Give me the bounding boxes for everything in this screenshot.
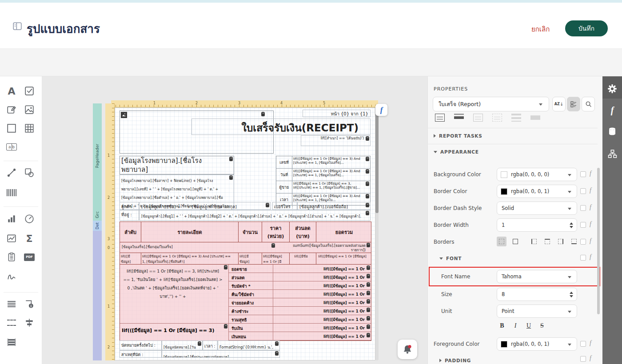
category-view-button[interactable] [567,97,580,111]
function-icon[interactable]: f [590,221,591,228]
receipt-info-row[interactable]: เลขที่ Iif(([มีข้อมูล] == 1 Or [มีข้อมูล… [276,156,370,169]
function-icon[interactable]: f [590,340,591,347]
appointment-date-element[interactable]: [ข้อมูลนัดหมาย].[วันที่นัด] [162,340,203,350]
property-checkbox[interactable] [580,171,586,177]
appointment-time-element[interactable]: FormatString('{0:HH:mm} น.', [ข้อมูลนัดห… [218,340,280,350]
search-properties-button[interactable] [582,97,595,111]
foreground-color-select[interactable]: rgba(0, 0, 0, 1) [497,337,577,351]
customer-label-element[interactable]: ลูกค้า : [120,202,139,210]
bold-button[interactable]: B [497,321,507,330]
align-option-icon[interactable] [530,114,540,122]
font-unit-select[interactable]: Point [497,305,577,318]
summary-row[interactable]: จ่ายยอดค้าง Iif(([มีข้อมูล] == 1 Or [229,298,371,307]
band-tab-footer[interactable] [93,231,102,360]
data-source-icon[interactable] [602,122,622,141]
column-header[interactable]: ราคา (หน่วย) [262,222,290,242]
underline-button[interactable]: U [523,321,534,330]
rich-text-tool-icon[interactable] [4,102,19,117]
border-dash-select[interactable]: Solid [497,202,577,215]
text-in-cells-tool-icon[interactable]: a b [4,139,19,154]
signature-tool-icon[interactable] [4,269,19,284]
appointment-label-element[interactable]: นัดหมายครั้งถัดไป : [120,340,162,350]
function-icon[interactable]: f [590,170,591,177]
property-checkbox[interactable] [580,255,586,261]
font-name-select[interactable]: Tahoma [497,270,577,283]
borders-left-button[interactable] [529,237,539,246]
chart-tool-icon[interactable] [4,211,19,226]
property-checkbox[interactable] [580,205,586,211]
math-formula-tool-icon[interactable]: Σ [22,231,37,246]
notification-bell-button[interactable] [398,340,417,359]
borders-right-button[interactable] [556,237,566,246]
report-tree-icon[interactable] [602,144,622,163]
address-label-element[interactable]: ที่อยู่ : [120,210,139,221]
property-checkbox[interactable] [580,222,586,228]
property-checkbox[interactable] [580,239,586,245]
function-editor-button[interactable]: f [375,104,387,116]
function-icon[interactable]: f [590,355,591,362]
line-tool-icon[interactable] [4,165,19,180]
pdf-export-tool-icon[interactable]: PDF [22,249,37,265]
table-tool-icon[interactable] [22,121,37,136]
borders-all-button[interactable] [497,237,506,246]
shape-tool-icon[interactable] [22,165,37,180]
column-header[interactable]: ยอดรวม [316,222,372,242]
band-brackets-tool-icon[interactable] [4,315,19,330]
detail-cell[interactable]: Iif(([มีข้อ [290,253,316,264]
summary-row[interactable]: ยอดขาย Iif(([มีข้อมูล] == 1 Or [229,265,371,273]
reason-label-element[interactable]: สาเหตุที่นัด : [120,350,162,358]
border-width-stepper[interactable]: 1 [497,218,577,232]
receipt-info-row[interactable]: วันที่ Iif(([มีข้อมูล] == 1 Or [มีข้อมูล… [276,169,370,181]
sort-az-button[interactable]: AZ ↓ [552,97,566,111]
phone-label-element[interactable]: เบอร์โทร : [272,202,297,210]
band-stack-tool-icon[interactable] [4,335,19,350]
band-tab-pageheader[interactable]: PageHeader [93,103,102,209]
payment-method-element[interactable]: Iif([มีข้อมูล] == 1 Or [มีข้อมูล] == 3, … [120,265,228,324]
summary-row[interactable]: ค้างชำระ Iif(([มีข้อมูล] == 1 Or [229,307,371,315]
info-panel-tool-icon[interactable] [22,297,37,312]
summary-row[interactable]: รวมสุทธิ Iif(([มีข้อมูล] == 1 Or [229,315,371,324]
align-option-icon[interactable] [473,114,483,122]
function-icon[interactable]: f [590,187,591,194]
barcode-tool-icon[interactable] [4,185,19,200]
summary-row[interactable]: รับเงิน Iif(([มีข้อมูล] == 1 Or [229,324,371,332]
group-row[interactable]: [ข้อมูลใบเสร็จ].[ชื่อกลุ่ม/ใบเสร็จ] sumS… [120,242,371,253]
text-tool-icon[interactable]: A [4,83,19,99]
align-option-icon[interactable] [511,114,521,122]
borders-top-button[interactable] [542,237,552,246]
section-padding[interactable]: PADDING [439,358,471,363]
data-band-tool-icon[interactable] [4,297,19,312]
detail-cell[interactable]: Iif(([มีข้อมูล] == 1 Or [มี [262,253,290,264]
background-color-select[interactable]: rgba(0, 0, 0, 0) [497,168,577,181]
gauge-tool-icon[interactable] [22,211,37,226]
column-header[interactable]: จำนวน [239,222,262,242]
detail-cell[interactable]: Iif(([มีข้อมูล] [239,253,262,264]
cancel-button[interactable]: ยกเลิก [531,24,550,35]
summary-row[interactable]: ส่วนลด Iif(([มีข้อมูล] == 1 Or [229,273,371,281]
customer-name-element[interactable]: [ข้อมูลลูกค้า].[ชื่อ] + ' ' + [ข้อมูลลูก… [139,202,271,210]
appointment-time-label-element[interactable]: เวลา : [203,340,218,350]
reason-value-element[interactable]: [ข้อมูลนัดหมาย].[ชื่อประเภทการนัดหมาย] [162,350,280,358]
align-option-icon[interactable] [454,114,464,122]
image-tool-icon[interactable] [22,102,37,117]
property-checkbox[interactable] [580,356,586,362]
summary-row[interactable]: รับมัดจำ * Iif(([มีข้อมูล] == 1 Or [229,281,371,290]
save-button[interactable]: บันทึก [565,20,608,36]
address-value-element[interactable]: [ข้อมูลลูกค้า].[ที่อยู่1] + ' ' + [ข้อมู… [139,210,371,221]
align-center-tool-icon[interactable] [22,315,37,330]
hospital-name-element[interactable]: [ข้อมูลโรงพยาบาล].[ชื่อโรงพยาบาล] [120,156,234,174]
border-color-select[interactable]: rgba(0, 0, 0, 1) [497,185,577,198]
panel-tool-icon[interactable] [4,121,19,136]
section-font[interactable]: FONT [439,256,462,261]
receipt-info-table[interactable]: เลขที่ Iif(([มีข้อมูล] == 1 Or [มีข้อมูล… [276,156,371,206]
canvas-scrollbar-thumb[interactable] [375,107,379,213]
column-header[interactable]: ส่วนลด (บาท) [290,222,316,242]
property-checkbox[interactable] [580,341,586,347]
detail-cell[interactable]: Iif(([มีข้อมูล] == 1 Or [มีข้อมูล] == 3)… [141,253,239,264]
properties-gear-icon[interactable] [602,79,622,99]
column-header[interactable]: รายละเอียด [141,222,239,242]
summary-row[interactable]: คืน/ใช้มัดจำ Iif(([มีข้อมูล] == 1 Or [229,290,371,298]
receipt-info-row[interactable]: ผู้ขาย Iif([มีข้อมูล] == 1 Or [มีข้อมูล]… [276,181,370,194]
stepper-arrows[interactable] [570,222,573,228]
property-checkbox[interactable] [580,188,586,194]
